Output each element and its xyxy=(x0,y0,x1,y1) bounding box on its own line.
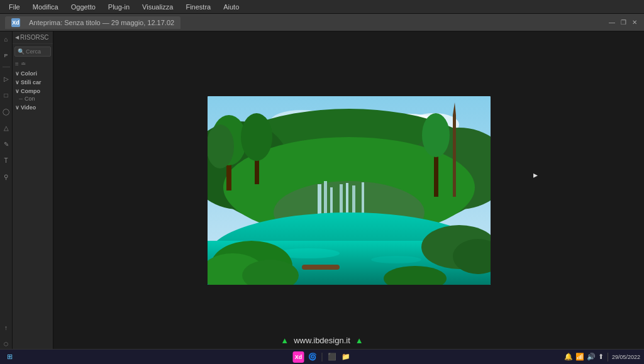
xd-taskbar-icon[interactable]: Xd xyxy=(293,351,304,363)
separator-icon xyxy=(3,67,10,67)
search-input[interactable] xyxy=(26,48,48,55)
video-label: Video xyxy=(21,104,36,111)
chevron-video-icon: ∨ xyxy=(15,104,19,111)
menu-bar: File Modifica Oggetto Plug-in Visualizza… xyxy=(0,0,644,14)
triangle-tool-icon[interactable]: △ xyxy=(1,123,11,133)
clock-date: 29/05/2022 xyxy=(612,354,640,360)
taskbar-right: 🔔 📶 🔊 ⬆ 29/05/2022 xyxy=(564,353,640,361)
notification-icon[interactable]: 🔔 xyxy=(564,353,573,361)
preview-title: Anteprima: Senza titolo — 29 maggio, 12.… xyxy=(29,19,174,26)
search-icon: 🔍 xyxy=(18,48,25,55)
svg-point-15 xyxy=(422,113,450,157)
resources-search[interactable]: 🔍 xyxy=(14,47,51,57)
chevron-char-icon: ∨ xyxy=(15,79,19,85)
system-icon[interactable]: ⬆ xyxy=(598,353,604,361)
menu-finestra[interactable]: Finestra xyxy=(180,2,216,12)
menu-plugin[interactable]: Plug-in xyxy=(103,2,135,12)
cursor xyxy=(533,170,537,174)
svg-rect-16 xyxy=(453,115,456,197)
chrome-taskbar-icon[interactable]: 🌀 xyxy=(307,351,318,363)
resources-panel: ◀ RISORSC 🔍 ≡ ≐ ∨ Colori ∨ Stili car ∨ C… xyxy=(13,31,53,349)
zoom-tool-icon[interactable]: ⚲ xyxy=(1,172,11,182)
windows-start-button[interactable]: ⊞ xyxy=(4,351,15,363)
maximize-button[interactable]: ❐ xyxy=(619,18,628,27)
close-button[interactable]: ✕ xyxy=(630,18,639,27)
video-section[interactable]: ∨ Video xyxy=(13,102,53,111)
taskbar: ⊞ Xd 🌀 ⬛ 📁 🔔 📶 🔊 ⬆ 29/05/2022 xyxy=(0,349,644,364)
char-styles-label: Stili car xyxy=(21,79,42,85)
colors-section[interactable]: ∨ Colori xyxy=(13,69,53,77)
resources-header[interactable]: ◀ RISORSC xyxy=(13,31,53,44)
taskbar-separator2 xyxy=(608,353,608,361)
canvas-image xyxy=(208,96,491,285)
svg-point-11 xyxy=(208,124,234,168)
taskbar-left: ⊞ xyxy=(4,351,15,363)
components-label: Compo xyxy=(21,88,40,94)
svg-point-30 xyxy=(371,256,421,263)
preview-tab[interactable]: Xd Anteprima: Senza titolo — 29 maggio, … xyxy=(5,16,180,29)
menu-modifica[interactable]: Modifica xyxy=(28,2,64,12)
main-layout: ⌂ P ▷ □ ◯ △ ✎ T ⚲ ↑ ⬡ ◀ RISORSC 🔍 ≡ ≐ ∨ … xyxy=(0,31,644,349)
menu-file[interactable]: File xyxy=(4,2,25,12)
menu-visualizza[interactable]: Visualizza xyxy=(137,2,178,12)
canvas-area[interactable] xyxy=(53,31,644,349)
volume-icon[interactable]: 🔊 xyxy=(587,353,596,361)
text-tool-icon[interactable]: T xyxy=(1,155,11,165)
chevron-left-icon: ◀ xyxy=(15,35,19,40)
select-tool-icon[interactable]: ▷ xyxy=(1,74,11,84)
components-section[interactable]: ∨ Compo xyxy=(13,86,53,95)
minimize-button[interactable]: — xyxy=(608,18,616,27)
taskbar-center: Xd 🌀 ⬛ 📁 xyxy=(293,351,352,363)
xd-tab-icon: Xd xyxy=(11,18,20,27)
taskbar-app2[interactable]: 📁 xyxy=(340,351,352,363)
taskbar-separator xyxy=(322,353,323,361)
filter-row: ≡ ≐ xyxy=(13,59,53,69)
share-icon[interactable]: ↑ xyxy=(1,323,11,333)
component-name: Con xyxy=(25,96,35,102)
chevron-colors-icon: ∨ xyxy=(15,70,19,77)
tool-sidebar: ⌂ P ▷ □ ◯ △ ✎ T ⚲ ↑ ⬡ xyxy=(0,31,13,349)
preview-titlebar: Xd Anteprima: Senza titolo — 29 maggio, … xyxy=(0,14,644,31)
resources-label: RISORSC xyxy=(20,34,49,41)
chevron-comp-icon: ∨ xyxy=(15,88,19,94)
menu-oggetto[interactable]: Oggetto xyxy=(66,2,101,12)
pen-tool-icon[interactable]: ✎ xyxy=(1,139,11,149)
sort-icon[interactable]: ≐ xyxy=(21,60,26,67)
progetta-icon[interactable]: P xyxy=(1,50,11,60)
svg-rect-35 xyxy=(302,265,340,270)
svg-point-13 xyxy=(241,113,272,161)
window-controls: — ❐ ✕ xyxy=(608,18,639,27)
rectangle-tool-icon[interactable]: □ xyxy=(1,90,11,100)
plug-icon[interactable]: ⬡ xyxy=(1,339,11,349)
character-styles-section[interactable]: ∨ Stili car xyxy=(13,77,53,86)
menu-aiuto[interactable]: Aiuto xyxy=(218,2,244,12)
component-item: Con xyxy=(13,95,53,102)
colors-label: Colori xyxy=(21,70,37,77)
home-icon[interactable]: ⌂ xyxy=(1,34,11,44)
ellipse-tool-icon[interactable]: ◯ xyxy=(1,106,11,116)
filter-icon[interactable]: ≡ xyxy=(15,60,19,67)
item-dot-icon xyxy=(19,99,23,99)
taskbar-app1[interactable]: ⬛ xyxy=(326,351,338,363)
wifi-icon[interactable]: 📶 xyxy=(575,353,584,361)
